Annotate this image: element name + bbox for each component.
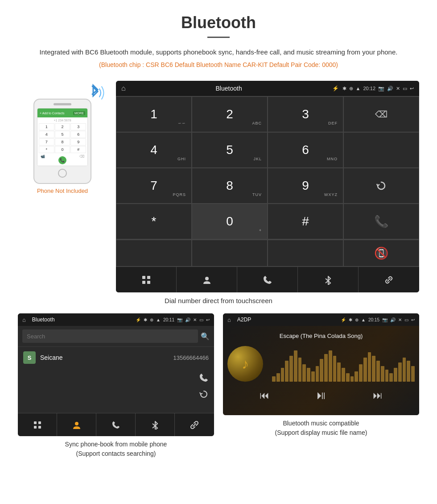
pb-btn-bluetooth[interactable]	[136, 413, 175, 436]
page-title: Bluetooth	[18, 13, 419, 32]
music-prev-button[interactable]: ⏮	[260, 390, 269, 401]
statusbar-home-icon[interactable]: ⌂	[121, 84, 126, 92]
music-signal-icon: ▲	[361, 317, 366, 322]
pb-contact-row[interactable]: S Seicane 13566664466	[18, 346, 214, 368]
pb-bottom-bar	[18, 413, 214, 436]
phone-key-9[interactable]: 9	[70, 138, 86, 146]
car-nav-link[interactable]	[359, 267, 419, 292]
phonebook-caption: Sync phone-book from mobile phone(Suppor…	[18, 440, 214, 458]
close-icon[interactable]: ✕	[396, 86, 400, 92]
car-key-8[interactable]: 8TUV	[192, 168, 268, 204]
music-art-area: ♪	[227, 346, 415, 382]
phone-video-icon[interactable]: 📹	[41, 154, 45, 164]
car-key-7[interactable]: 7PQRS	[116, 168, 192, 204]
refresh-icon	[375, 179, 388, 192]
music-song-title: Escape (The Pina Colada Song)	[280, 333, 363, 339]
phone-key-star[interactable]: *	[39, 146, 54, 153]
car-key-delete[interactable]: ⌫	[343, 96, 419, 132]
car-key-refresh[interactable]	[343, 168, 419, 204]
phone-key-2[interactable]: 2	[55, 123, 70, 130]
pb-contact-letter: S	[23, 351, 36, 364]
car-key-call-green[interactable]: 📞	[343, 204, 419, 239]
car-key-star[interactable]: *	[116, 204, 192, 239]
pb-x[interactable]: ✕	[193, 317, 197, 322]
phone-key-6[interactable]: 6	[70, 131, 86, 138]
camera-icon[interactable]: 📷	[378, 86, 384, 92]
car-key-empty-4	[268, 240, 343, 267]
viz-bar	[307, 368, 310, 382]
car-nav-contacts[interactable]	[177, 267, 237, 292]
pb-refresh-icon[interactable]	[199, 389, 209, 399]
phone-key-8[interactable]: 8	[55, 138, 70, 146]
pb-search-icon[interactable]: 🔍	[201, 332, 210, 341]
phone-screen-header: + Add to Contacts MORE	[37, 108, 87, 117]
viz-bar	[394, 368, 397, 382]
phone-key-hash[interactable]: #	[70, 146, 86, 153]
car-nav-bluetooth[interactable]	[298, 267, 359, 292]
car-nav-grid[interactable]	[116, 267, 177, 292]
phone-key-0[interactable]: 0	[55, 146, 70, 153]
car-key-0[interactable]: 0+	[192, 204, 268, 239]
pb-contact-number: 13566664466	[173, 354, 209, 361]
pb-phone-icon[interactable]	[199, 373, 209, 383]
music-x[interactable]: ✕	[398, 317, 402, 322]
pb-search-input[interactable]	[22, 329, 198, 343]
music-vol[interactable]: 🔊	[390, 317, 396, 322]
call-green-icon: 📞	[374, 215, 388, 229]
pb-win[interactable]: ▭	[199, 317, 203, 322]
phone-key-3[interactable]: 3	[70, 123, 86, 130]
car-key-call-red[interactable]: 📵	[343, 240, 419, 267]
phonebook-screen: ⌂ Bluetooth ⚡ ✱ ⊕ ▲ 20:11 📷 🔊 ✕ ▭ ↩ 🔍	[18, 313, 214, 436]
location-icon: ⊕	[349, 86, 353, 92]
phone-screen-add-contact: + Add to Contacts	[40, 112, 64, 115]
window-icon[interactable]: ▭	[403, 86, 407, 92]
volume-icon[interactable]: 🔊	[387, 86, 393, 92]
viz-bar	[350, 376, 354, 382]
pb-btn-phone[interactable]	[96, 413, 136, 436]
phone-call-button[interactable]: 📞	[58, 156, 66, 164]
car-key-4[interactable]: 4GHI	[116, 132, 192, 168]
phone-key-7[interactable]: 7	[39, 138, 54, 146]
car-key-6[interactable]: 6MNO	[268, 132, 343, 168]
music-back[interactable]: ↩	[411, 317, 415, 322]
car-bottom-nav	[116, 267, 419, 292]
pb-btn-grid[interactable]	[18, 413, 57, 436]
pb-btn-link[interactable]	[175, 413, 214, 436]
pb-usb-icon: ⚡	[136, 317, 141, 322]
car-nav-phone[interactable]	[237, 267, 298, 292]
car-key-1[interactable]: 1∽∽	[116, 96, 192, 132]
car-key-3[interactable]: 3DEF	[268, 96, 343, 132]
viz-bar	[272, 376, 276, 382]
car-key-9[interactable]: 9WXYZ	[268, 168, 343, 204]
phone-home-button[interactable]	[58, 169, 67, 178]
viz-bar	[285, 361, 289, 382]
music-win[interactable]: ▭	[404, 317, 408, 322]
music-next-button[interactable]: ⏭	[373, 390, 383, 401]
pb-vol[interactable]: 🔊	[185, 317, 190, 322]
music-home-icon[interactable]: ⌂	[227, 317, 231, 323]
viz-bar	[311, 371, 315, 382]
dial-caption: Dial number direct from touchscreen	[18, 297, 419, 304]
car-key-hash[interactable]: #	[268, 204, 343, 239]
phone-key-4[interactable]: 4	[39, 131, 54, 138]
pb-btn-person[interactable]	[57, 413, 96, 436]
car-key-5[interactable]: 5JKL	[192, 132, 268, 168]
pb-home-icon[interactable]: ⌂	[22, 317, 26, 323]
viz-bar	[329, 350, 332, 382]
phone-dial-grid: 1 2 3 4 5 6 7 8 9 * 0 #	[39, 123, 86, 153]
pb-camera[interactable]: 📷	[177, 317, 182, 322]
pb-back[interactable]: ↩	[206, 317, 210, 322]
back-icon[interactable]: ↩	[410, 86, 414, 92]
music-caption: Bluetooth music compatible(Support displ…	[223, 419, 419, 437]
description: Integrated with BC6 Bluetooth module, su…	[18, 47, 419, 58]
phone-backspace[interactable]: ⌫	[79, 154, 84, 164]
phone-key-5[interactable]: 5	[55, 131, 70, 138]
phone-key-1[interactable]: 1	[39, 123, 54, 130]
music-play-pause-button[interactable]: ⏯	[315, 388, 327, 402]
pb-statusbar: ⌂ Bluetooth ⚡ ✱ ⊕ ▲ 20:11 📷 🔊 ✕ ▭ ↩	[18, 313, 214, 326]
person-icon	[202, 275, 212, 285]
viz-bar	[298, 358, 302, 382]
viz-bar	[385, 370, 389, 382]
car-key-2[interactable]: 2ABC	[192, 96, 268, 132]
music-camera[interactable]: 📷	[382, 317, 388, 322]
